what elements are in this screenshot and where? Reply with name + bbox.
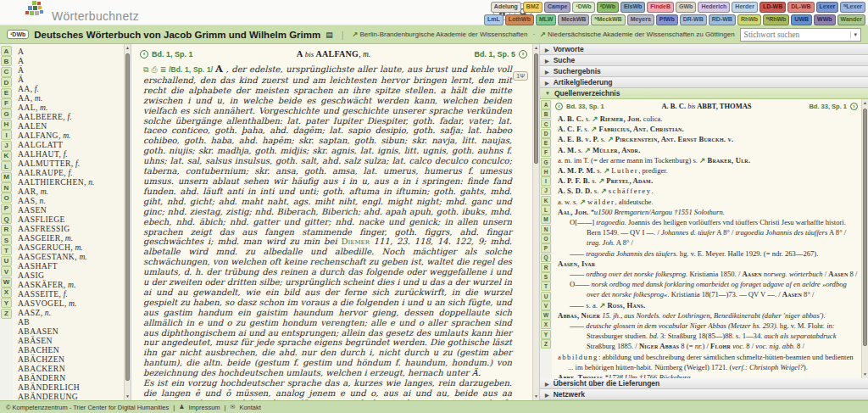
alphabet-letter-b[interactable]: B <box>1 56 12 66</box>
dict-badge-herder[interactable]: Herder <box>732 2 758 13</box>
section-lieferungen[interactable]: ▶Übersicht über die Lieferungen <box>540 378 868 389</box>
dict-badge-pfwb[interactable]: PfWb <box>656 14 678 25</box>
dict-badge-bmz[interactable]: BMZ <box>523 2 542 13</box>
alphabet-letter-s[interactable]: S <box>541 272 551 282</box>
impressum-link[interactable]: Impressum <box>189 404 220 411</box>
external-link-icon[interactable]: ↗ <box>607 135 615 143</box>
quellen-next-link[interactable]: Bd. 33, Sp. 1 › <box>809 103 858 110</box>
word-list-item[interactable]: AAL, m. <box>18 103 120 112</box>
alphabet-letter-v[interactable]: V <box>1 266 12 276</box>
section-quellenverzeichnis[interactable]: ▼Quellenverzeichnis <box>540 88 868 99</box>
external-link-icon[interactable]: ↗ <box>585 146 593 154</box>
section-artikelgliederung[interactable]: ▶Artikelgliederung <box>540 77 868 88</box>
word-list-item[interactable]: AALMUTTER, f. <box>18 159 120 168</box>
word-list-item[interactable]: A <box>18 56 120 65</box>
alphabet-letter-c[interactable]: C <box>541 120 551 129</box>
dict-badge-hederich[interactable]: Hederich <box>698 2 730 13</box>
alphabet-letter-p[interactable]: P <box>1 204 12 214</box>
dict-badge-wwb[interactable]: WWb <box>814 14 836 25</box>
word-list-item[interactable]: AB <box>18 317 120 326</box>
scrollbar-thumb[interactable] <box>125 53 130 381</box>
word-list-item[interactable]: AALEN <box>18 121 120 131</box>
alphabet-letter-u[interactable]: U <box>541 292 551 301</box>
alphabet-letter-y[interactable]: Y <box>541 330 551 339</box>
quellen-scrollbar[interactable]: ▲ ▼ <box>861 99 868 378</box>
scroll-down-icon[interactable]: ▼ <box>125 393 131 400</box>
word-list-item[interactable]: AALFANG, m. <box>18 131 120 140</box>
alphabet-letter-p[interactable]: P <box>541 243 551 253</box>
dict-badge-elswb[interactable]: ElsWb <box>620 2 645 13</box>
word-list-item[interactable]: ABÄNDERLICH <box>18 382 120 392</box>
section-suchergebnis[interactable]: ▶Suchergebnis <box>540 66 868 77</box>
alphabet-letter-o[interactable]: O <box>1 193 12 203</box>
word-list-item[interactable]: AASIG <box>18 271 120 280</box>
external-link-icon[interactable]: ⧉ <box>143 65 148 74</box>
section-suche[interactable]: ▶Suche <box>540 55 868 66</box>
alphabet-letter-m[interactable]: M <box>541 215 551 224</box>
scrollbar-thumb[interactable] <box>534 53 538 164</box>
dict-badge-lexer[interactable]: Lexer <box>816 2 839 13</box>
word-list-item[interactable]: AA, m. <box>18 93 120 103</box>
alphabet-letter-o[interactable]: O <box>541 234 551 243</box>
scroll-up-icon[interactable]: ▲ <box>125 44 131 52</box>
dict-badge-rdwb[interactable]: RD-WB <box>709 14 736 25</box>
dict-badge-rhwb[interactable]: ᴺRhWb <box>763 14 789 25</box>
next-column-link[interactable]: Bd. 1, Sp. 5 › <box>474 50 527 59</box>
kontakt-link[interactable]: Kontakt <box>239 404 260 411</box>
alphabet-letter-i[interactable]: I <box>541 176 551 186</box>
word-list-item[interactable]: AASEN <box>18 205 120 215</box>
word-list-item[interactable]: AASFRESSIG <box>18 224 120 233</box>
dict-badge-rhwb[interactable]: RhWb <box>737 14 761 25</box>
author-link-diemer[interactable]: Diemer <box>341 237 369 246</box>
word-list-item[interactable]: ABÄCHZEN <box>18 354 120 364</box>
dict-badge-adelung[interactable]: Adelung <box>491 2 521 13</box>
external-link-icon[interactable]: ↗ <box>580 198 587 206</box>
word-list-item[interactable]: ABACKERN <box>18 364 120 373</box>
word-list-item[interactable]: A <box>18 47 120 56</box>
dict-badge-findeb[interactable]: FindeB <box>647 2 674 13</box>
alphabet-letter-t[interactable]: T <box>541 282 551 291</box>
dict-badge-dlwb[interactable]: DL-WB <box>787 2 814 13</box>
word-list-item[interactable]: AASZ, n. <box>18 308 120 317</box>
alphabet-letter-k[interactable]: K <box>541 196 551 205</box>
word-list-item[interactable]: AASGERUCH, m. <box>18 243 120 252</box>
word-list-item[interactable]: AASVOGEL, m. <box>18 299 120 308</box>
academy-link-bbaw[interactable]: ↗ Berlin-Brandenburgische Akademie der W… <box>353 31 528 38</box>
word-list-item[interactable]: ABÄSEN <box>18 336 120 345</box>
alphabet-letter-y[interactable]: Y <box>1 298 12 308</box>
word-list-item[interactable]: ABÄNDERN <box>18 373 120 382</box>
word-list-item[interactable]: AASKÄFER, m. <box>18 280 120 289</box>
alphabet-letter-i[interactable]: I <box>1 130 12 140</box>
word-list-item[interactable]: AAR, m. <box>18 187 120 196</box>
scrollbar-thumb[interactable] <box>863 109 867 346</box>
word-list-item[interactable]: AA, f. <box>18 84 120 93</box>
alphabet-letter-f[interactable]: F <box>1 98 12 109</box>
print-icon[interactable]: ⎙ <box>151 65 157 74</box>
section-vorworte[interactable]: ▶Vorworte <box>540 44 868 55</box>
citation-button[interactable]: 1Ψ <box>513 71 528 81</box>
alphabet-letter-e[interactable]: E <box>1 88 12 98</box>
alphabet-letter-v[interactable]: V <box>541 301 551 310</box>
alphabet-letter-w[interactable]: W <box>541 310 551 320</box>
scroll-down-icon[interactable]: ▼ <box>533 393 539 400</box>
alphabet-letter-l[interactable]: L <box>1 161 12 171</box>
article-scrollbar[interactable]: ▲ ▼ <box>532 44 539 400</box>
word-list-item[interactable]: AALTHIERCHEN, n. <box>18 177 120 187</box>
woerterbuchnetz-logo[interactable]: Wörterbuchnetz <box>25 1 139 23</box>
alphabet-letter-a[interactable]: A <box>541 100 551 109</box>
alphabet-letter-q[interactable]: Q <box>541 254 551 263</box>
dict-badge-gwb[interactable]: GWb <box>676 2 696 13</box>
external-link-icon[interactable]: ↗ <box>598 176 606 185</box>
dict-badge-uwb[interactable]: UWB <box>791 14 812 25</box>
external-link-icon[interactable]: ↗ <box>604 166 611 175</box>
alphabet-letter-g[interactable]: G <box>541 158 551 167</box>
alphabet-letter-d[interactable]: D <box>541 129 551 138</box>
dict-badge-meckwb[interactable]: MeckWB <box>558 14 589 25</box>
keyword-search-select[interactable]: Stichwort suchen ▾ <box>740 28 861 42</box>
alphabet-letter-s[interactable]: S <box>1 235 12 245</box>
alphabet-letter-z[interactable]: Z <box>541 339 551 349</box>
alphabet-letter-f[interactable]: F <box>541 148 551 157</box>
dict-badge-campe[interactable]: Campe <box>544 2 570 13</box>
section-netzwerk[interactable]: ▶Netzwerk <box>540 389 868 400</box>
dict-badge-meckwb[interactable]: ᴺMeckWB <box>591 14 625 25</box>
